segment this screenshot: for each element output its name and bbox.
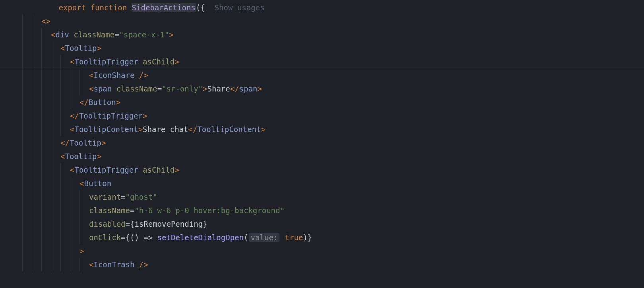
code-line[interactable]: <span className="sr-only">Share</span> <box>0 82 644 95</box>
tag-button: Button <box>89 98 116 107</box>
code-line[interactable]: variant="ghost" <box>0 190 644 204</box>
jsx-text: Share chat <box>143 125 188 134</box>
code-line[interactable]: <IconShare /> <box>0 68 644 82</box>
code-line[interactable]: <Button <box>0 177 644 190</box>
jsx-text: Share <box>208 84 230 93</box>
function-name[interactable]: SidebarActions <box>132 3 196 12</box>
code-line[interactable]: className="h-6 w-6 p-0 hover:bg-backgrou… <box>0 204 644 217</box>
show-usages-hint[interactable]: Show usages <box>215 3 265 12</box>
tag-icontrash: IconTrash <box>93 260 134 269</box>
code-line[interactable]: </Tooltip> <box>0 136 644 150</box>
code-line[interactable]: <TooltipTrigger asChild> <box>0 163 644 177</box>
attr-classname: className <box>74 30 114 39</box>
tag-iconshare: IconShare <box>93 71 134 80</box>
expr-isremovepending: isRemovePending <box>134 220 203 228</box>
tag-div: div <box>55 30 69 39</box>
tag-span: span <box>93 84 112 93</box>
code-line[interactable]: <Tooltip> <box>0 150 644 163</box>
code-line[interactable]: <IconTrash /> <box>0 258 644 271</box>
fn-setdeletedialogopen: setDeleteDialogOpen <box>157 233 244 242</box>
fragment-open: <> <box>41 17 50 25</box>
tag-tooltip: Tooltip <box>65 44 97 53</box>
code-line[interactable]: disabled={isRemovePending} <box>0 217 644 231</box>
code-line[interactable]: > <box>0 244 644 258</box>
tag-tooltipcontent: TooltipContent <box>74 125 138 134</box>
string-literal: space-x-1 <box>124 30 165 39</box>
attr-disabled: disabled <box>89 220 126 228</box>
string-literal: sr-only <box>167 84 198 93</box>
tag-button: Button <box>84 179 111 188</box>
tag-tooltiptrigger: TooltipTrigger <box>74 57 138 66</box>
code-line[interactable]: <div className="space-x-1"> <box>0 28 644 41</box>
param-hint: value: <box>249 233 279 242</box>
string-literal: h-6 w-6 p-0 hover:bg-background <box>139 206 280 215</box>
code-line[interactable]: <TooltipContent>Share chat</TooltipConte… <box>0 123 644 136</box>
keyword-true: true <box>285 233 303 242</box>
code-line[interactable]: <Tooltip> <box>0 41 644 55</box>
attr-onclick: onClick <box>89 233 121 242</box>
keyword-export: export <box>59 3 86 12</box>
attr-aschild: asChild <box>143 57 175 66</box>
attr-variant: variant <box>89 193 121 201</box>
code-line[interactable]: <TooltipTrigger asChild> <box>0 55 644 68</box>
code-line[interactable]: export function SidebarActions({Show usa… <box>0 1 644 14</box>
code-line[interactable]: </Button> <box>0 95 644 109</box>
string-literal: ghost <box>130 193 153 201</box>
code-line[interactable]: </TooltipTrigger> <box>0 109 644 123</box>
paren-brace: ({ <box>196 3 205 12</box>
code-editor[interactable]: export function SidebarActions({Show usa… <box>0 0 644 288</box>
code-line[interactable]: onClick={() => setDeleteDialogOpen(value… <box>0 231 644 244</box>
keyword-function: function <box>91 3 127 12</box>
code-viewport[interactable]: export function SidebarActions({Show usa… <box>0 0 644 288</box>
